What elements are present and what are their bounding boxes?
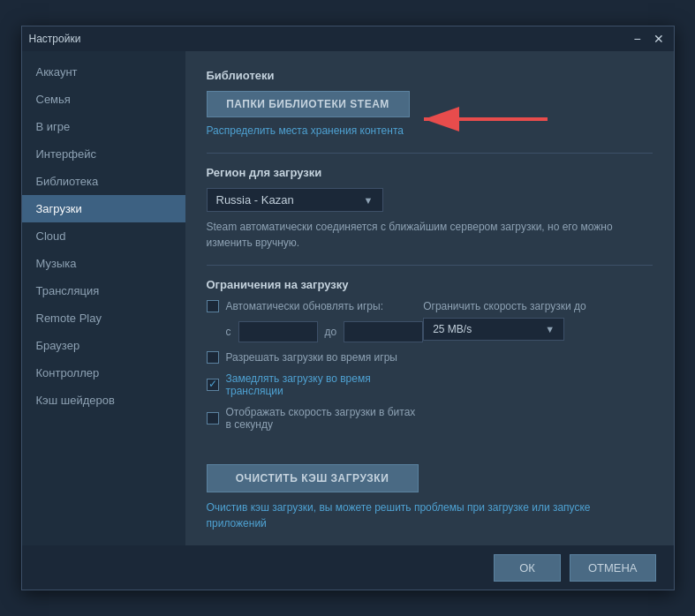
- speed-limit-label: Ограничить скорость загрузки до: [423, 300, 585, 312]
- sidebar-item-cloud[interactable]: Cloud: [22, 222, 185, 250]
- region-value: Russia - Kazan: [216, 193, 294, 207]
- settings-window: Настройки − ✕ АккаунтСемьяВ игреИнтерфей…: [21, 26, 675, 590]
- close-button[interactable]: ✕: [651, 31, 667, 47]
- sidebar-item-music[interactable]: Музыка: [22, 250, 185, 277]
- show-bits-checkbox[interactable]: [207, 412, 219, 424]
- to-input[interactable]: [344, 321, 423, 342]
- speed-dropdown[interactable]: 25 MB/s ▼: [423, 318, 564, 341]
- sidebar-item-ingame[interactable]: В игре: [22, 113, 185, 140]
- throttle-row: Замедлять загрузку во время трансляции: [207, 372, 424, 397]
- distribute-link[interactable]: Распределить места хранения контента: [207, 124, 653, 137]
- region-dropdown[interactable]: Russia - Kazan ▼: [207, 188, 383, 212]
- speed-dropdown-row: 25 MB/s ▼: [423, 318, 652, 341]
- window-title: Настройки: [29, 33, 81, 45]
- limits-left: Автоматически обновлять игры: с до Разре…: [207, 300, 424, 439]
- from-label: с: [226, 326, 231, 338]
- speed-dropdown-arrow: ▼: [545, 324, 555, 334]
- auto-update-label: Автоматически обновлять игры:: [226, 300, 383, 312]
- throttle-checkbox[interactable]: [207, 379, 219, 391]
- auto-update-row: Автоматически обновлять игры:: [207, 300, 424, 312]
- divider-2: [207, 265, 653, 266]
- show-bits-row: Отображать скорость загрузки в битах в с…: [207, 406, 424, 431]
- window-controls: − ✕: [630, 31, 667, 47]
- show-bits-label: Отображать скорость загрузки в битах в с…: [226, 406, 424, 431]
- sidebar-item-controller[interactable]: Контроллер: [22, 359, 185, 387]
- bottom-bar: ОК ОТМЕНА: [22, 545, 674, 590]
- auto-update-checkbox[interactable]: [207, 300, 219, 312]
- speed-value: 25 MB/s: [433, 323, 472, 335]
- title-bar: Настройки − ✕: [22, 26, 674, 51]
- divider-1: [207, 153, 653, 154]
- sidebar-item-family[interactable]: Семья: [22, 86, 185, 113]
- cache-info-text: Очистив кэш загрузки, вы можете решить п…: [207, 500, 631, 531]
- limits-right: Ограничить скорость загрузки до 25 MB/s …: [423, 300, 652, 341]
- region-dropdown-row: Russia - Kazan ▼: [207, 188, 653, 212]
- limits-header-row: Автоматически обновлять игры: с до Разре…: [207, 300, 653, 439]
- time-range-inputs: с до: [226, 321, 424, 342]
- libraries-section-title: Библиотеки: [207, 69, 653, 82]
- allow-playing-checkbox[interactable]: [207, 351, 219, 364]
- sidebar-item-library[interactable]: Библиотека: [22, 168, 185, 195]
- limits-section-title: Ограничения на загрузку: [207, 278, 653, 291]
- sidebar-item-downloads[interactable]: Загрузки: [22, 195, 185, 222]
- throttle-label: Замедлять загрузку во время трансляции: [226, 372, 424, 397]
- main-panel: Библиотеки ПАПКИ БИБЛИОТЕКИ STEAM Распре…: [185, 51, 674, 545]
- red-arrow-overlay: [397, 88, 556, 150]
- allow-playing-label: Разрешать загрузки во время игры: [226, 351, 397, 364]
- sidebar: АккаунтСемьяВ игреИнтерфейсБиблиотекаЗаг…: [22, 51, 185, 545]
- ok-button[interactable]: ОК: [494, 554, 561, 582]
- sidebar-item-shadercache[interactable]: Кэш шейдеров: [22, 387, 185, 414]
- sidebar-item-interface[interactable]: Интерфейс: [22, 140, 185, 168]
- sidebar-item-account[interactable]: Аккаунт: [22, 58, 185, 86]
- region-info-text: Steam автоматически соединяется с ближай…: [207, 219, 653, 251]
- sidebar-item-broadcast[interactable]: Трансляция: [22, 277, 185, 304]
- sidebar-item-browser[interactable]: Браузер: [22, 332, 185, 359]
- content-area: АккаунтСемьяВ игреИнтерфейсБиблиотекаЗаг…: [22, 51, 674, 545]
- clear-cache-button[interactable]: ОЧИСТИТЬ КЭШ ЗАГРУЗКИ: [207, 464, 419, 492]
- from-input[interactable]: [238, 321, 318, 342]
- sidebar-item-remoteplay[interactable]: Remote Play: [22, 304, 185, 332]
- speed-limit-row: Ограничить скорость загрузки до: [423, 300, 652, 312]
- region-dropdown-arrow: ▼: [364, 195, 374, 206]
- cancel-button[interactable]: ОТМЕНА: [570, 554, 656, 582]
- to-label: до: [325, 326, 337, 338]
- minimize-button[interactable]: −: [630, 31, 646, 47]
- allow-playing-row: Разрешать загрузки во время игры: [207, 351, 424, 364]
- steam-folders-button[interactable]: ПАПКИ БИБЛИОТЕКИ STEAM: [207, 91, 410, 117]
- region-section-title: Регион для загрузки: [207, 166, 653, 179]
